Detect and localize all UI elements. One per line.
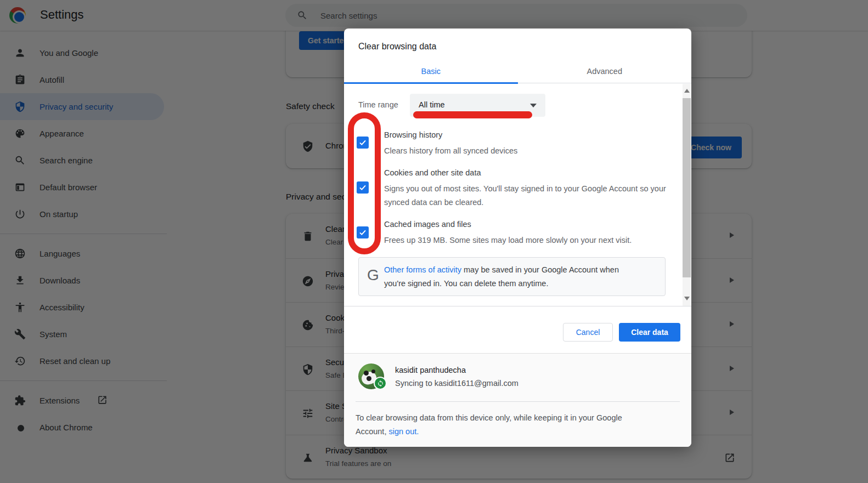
dialog-title: Clear browsing data [358,42,436,52]
scrollbar-up-arrow-icon[interactable] [684,89,690,93]
sign-out-line-2: Account, sign out. [356,425,663,439]
footer-divider [356,401,680,402]
time-range-value: All time [419,100,445,109]
checkbox-description: Signs you out of most sites. You'll stay… [384,182,669,209]
account-sync-status: Syncing to kasidit1611@gmail.com [395,379,518,388]
annotation-underline [413,111,532,118]
sign-out-link[interactable]: sign out. [388,427,419,436]
tab-basic[interactable]: Basic [344,60,518,83]
note-line-2: you're signed in. You can delete them an… [384,277,656,291]
dialog-footer: kasidit panthudecha Syncing to kasidit16… [344,353,691,447]
chevron-down-icon [530,104,537,107]
tab-advanced[interactable]: Advanced [518,60,692,83]
note-line-1-rest: may be saved in your Google Account when [461,265,619,274]
dialog-divider [344,306,691,306]
google-account-note: G Other forms of activity may be saved i… [358,257,666,296]
clear-data-button[interactable]: Clear data [619,323,680,342]
sign-out-line-1: To clear browsing data from this device … [356,411,663,425]
google-g-icon: G [367,266,379,284]
chrome-settings-window: Get started Safety check Chrome can help… [0,0,868,483]
sync-badge-icon [374,377,387,390]
cancel-button[interactable]: Cancel [563,323,613,342]
checkbox-description: Frees up 319 MB. Some sites may load mor… [384,234,669,247]
checkbox-label: Browsing history [384,130,442,139]
checkbox-label: Cookies and other site data [384,168,481,177]
other-forms-of-activity-link[interactable]: Other forms of activity [384,265,461,274]
note-line-1: Other forms of activity may be saved in … [384,263,656,277]
dialog-tabs: Basic Advanced [344,60,691,83]
annotation-checkbox-highlight [348,112,381,254]
account-name: kasidit panthudecha [395,366,466,374]
dialog-scrollbar-thumb[interactable] [683,98,691,277]
checkbox-description: Clears history from all synced devices [384,144,669,158]
active-tab-underline [344,82,518,84]
clear-browsing-data-dialog: Clear browsing data Basic Advanced Time … [344,29,691,447]
checkbox-label: Cached images and files [384,220,471,229]
scrollbar-down-arrow-icon[interactable] [684,297,690,300]
time-range-label: Time range [358,100,398,109]
